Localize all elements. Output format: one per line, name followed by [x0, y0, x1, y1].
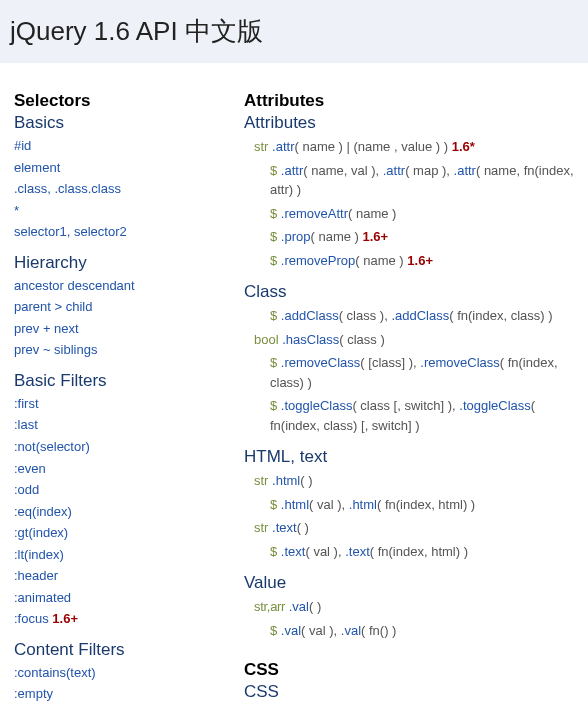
selector-link[interactable]: :header — [14, 568, 58, 583]
method-args: ( fn(index, class) ) — [449, 308, 552, 323]
api-line: $ .toggleClass( class [, switch] ), .tog… — [270, 396, 578, 435]
value-sub-heading: Value — [244, 573, 578, 593]
css-heading: CSS — [244, 660, 578, 680]
selector-link[interactable]: :odd — [14, 482, 39, 497]
api-line: $ .removeProp( name ) 1.6+ — [270, 251, 578, 271]
return-type: $ — [270, 206, 277, 221]
attributes-heading: Attributes — [244, 91, 578, 111]
selector-link[interactable]: selector1, selector2 — [14, 224, 127, 239]
selector-link[interactable]: element — [14, 160, 60, 175]
api-line: str .html( ) — [254, 471, 578, 491]
api-line: bool .hasClass( class ) — [254, 330, 578, 350]
method-link[interactable]: .html — [272, 473, 300, 488]
method-link[interactable]: .hasClass — [282, 332, 339, 347]
list-item: :eq(index) — [14, 503, 244, 521]
method-args: ( fn() ) — [361, 623, 396, 638]
method-args: ( map ), — [405, 163, 453, 178]
value-api-list: str,arr .val( )$ .val( val ), .val( fn()… — [244, 597, 578, 640]
list-item: element — [14, 159, 244, 177]
method-args: ( class ) — [339, 332, 385, 347]
list-item: :first — [14, 395, 244, 413]
selector-link[interactable]: .class, .class.class — [14, 181, 121, 196]
method-link[interactable]: .removeClass — [281, 355, 360, 370]
return-type: str,arr — [254, 599, 285, 614]
method-link[interactable]: .addClass — [281, 308, 339, 323]
method-link[interactable]: .html — [349, 497, 377, 512]
selector-link[interactable]: :gt(index) — [14, 525, 68, 540]
html-sub-heading: HTML, text — [244, 447, 578, 467]
method-link[interactable]: .text — [272, 520, 297, 535]
selector-link[interactable]: ancestor descendant — [14, 278, 135, 293]
hierarchy-heading: Hierarchy — [14, 253, 244, 273]
method-link[interactable]: .prop — [281, 229, 311, 244]
basics-heading: Basics — [14, 113, 244, 133]
selector-link[interactable]: :empty — [14, 686, 53, 701]
method-link[interactable]: .text — [345, 544, 370, 559]
html-api-list: str .html( )$ .html( val ), .html( fn(in… — [244, 471, 578, 561]
method-args: ( name ) | (name , value ) ) — [294, 139, 448, 154]
method-link[interactable]: .toggleClass — [281, 398, 353, 413]
basics-list: #idelement.class, .class.class*selector1… — [14, 137, 244, 241]
method-link[interactable]: .addClass — [391, 308, 449, 323]
selector-link[interactable]: parent > child — [14, 299, 92, 314]
method-link[interactable]: .attr — [383, 163, 405, 178]
method-link[interactable]: .removeProp — [281, 253, 355, 268]
method-link[interactable]: .val — [341, 623, 361, 638]
return-type: $ — [270, 308, 277, 323]
attr-api-list: str .attr( name ) | (name , value ) ) 1.… — [244, 137, 578, 270]
selector-link[interactable]: :even — [14, 461, 46, 476]
list-item: :lt(index) — [14, 546, 244, 564]
attr-sub-heading: Attributes — [244, 113, 578, 133]
list-item: :odd — [14, 481, 244, 499]
return-type: $ — [270, 544, 277, 559]
list-item: :focus 1.6+ — [14, 610, 244, 628]
method-link[interactable]: .attr — [281, 163, 303, 178]
list-item: prev ~ siblings — [14, 341, 244, 359]
method-args: ( name, val ), — [303, 163, 382, 178]
selector-link[interactable]: :animated — [14, 590, 71, 605]
list-item: :last — [14, 416, 244, 434]
list-item: :has(selector) — [14, 707, 244, 711]
selector-link[interactable]: * — [14, 203, 19, 218]
method-link[interactable]: .attr — [272, 139, 294, 154]
method-args: ( ) — [309, 599, 321, 614]
list-item: selector1, selector2 — [14, 223, 244, 241]
selector-link[interactable]: #id — [14, 138, 31, 153]
selector-link[interactable]: prev ~ siblings — [14, 342, 97, 357]
method-args: ( fn(index, html) ) — [370, 544, 468, 559]
method-link[interactable]: .text — [281, 544, 306, 559]
selector-link[interactable]: :contains(text) — [14, 665, 96, 680]
selector-link[interactable]: :not(selector) — [14, 439, 90, 454]
method-link[interactable]: .attr — [454, 163, 476, 178]
list-item: :contains(text) — [14, 664, 244, 682]
content-filters-list: :contains(text):empty:has(selector):pare… — [14, 664, 244, 711]
selector-link[interactable]: :last — [14, 417, 38, 432]
method-link[interactable]: .removeAttr — [281, 206, 348, 221]
method-args: ( name ) — [355, 253, 403, 268]
return-type: $ — [270, 253, 277, 268]
selector-link[interactable]: :first — [14, 396, 39, 411]
method-link[interactable]: .html — [281, 497, 309, 512]
selector-link[interactable]: :focus — [14, 611, 49, 626]
method-args: ( name ) — [311, 229, 359, 244]
api-line: $ .text( val ), .text( fn(index, html) ) — [270, 542, 578, 562]
list-item: :gt(index) — [14, 524, 244, 542]
list-item: prev + next — [14, 320, 244, 338]
list-item: :header — [14, 567, 244, 585]
method-link[interactable]: .val — [281, 623, 301, 638]
selector-link[interactable]: :lt(index) — [14, 547, 64, 562]
method-args: ( val ), — [305, 544, 345, 559]
method-args: ( ) — [300, 473, 312, 488]
version-badge: 1.6+ — [363, 229, 389, 244]
method-link[interactable]: .val — [289, 599, 309, 614]
list-item: ancestor descendant — [14, 277, 244, 295]
method-link[interactable]: .toggleClass — [459, 398, 531, 413]
return-type: str — [254, 139, 268, 154]
selector-link[interactable]: prev + next — [14, 321, 79, 336]
selectors-column: Selectors Basics #idelement.class, .clas… — [14, 91, 244, 711]
selector-link[interactable]: :eq(index) — [14, 504, 72, 519]
api-line: $ .attr( name, val ), .attr( map ), .att… — [270, 161, 578, 200]
method-args: ( ) — [297, 520, 309, 535]
version-badge: 1.6* — [452, 139, 475, 154]
method-link[interactable]: .removeClass — [420, 355, 499, 370]
